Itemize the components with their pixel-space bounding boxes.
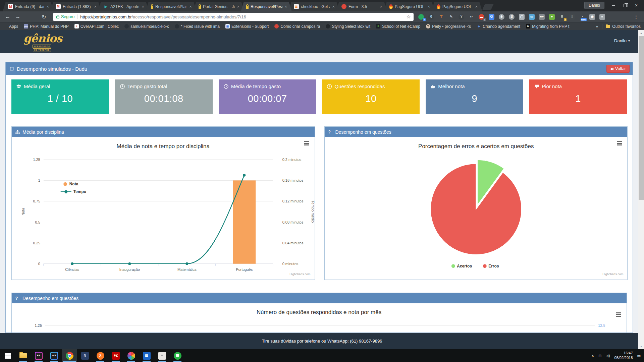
chart-menu-icon[interactable]	[304, 141, 309, 146]
close-button[interactable]: ×	[631, 1, 642, 9]
tab-close-icon[interactable]: ×	[189, 4, 192, 9]
bookmark-item-9[interactable]: Peity • progressive <s	[426, 24, 471, 29]
tv-extension-icon[interactable]: ▭	[529, 14, 535, 20]
download-extension-icon[interactable]: ▼	[549, 14, 555, 20]
tab-3[interactable]: Responsavel\Planos×	[146, 2, 197, 11]
bookmark-item-8[interactable]: SSchool of Net eCamp	[376, 24, 420, 29]
tab-close-icon[interactable]: ×	[142, 4, 144, 9]
minimize-button[interactable]	[608, 1, 619, 9]
bookmark-item-7[interactable]: Styling Select Box wit	[326, 24, 370, 29]
voltar-button[interactable]: ◀◀ Voltar	[606, 65, 630, 73]
taskbar-filezilla[interactable]: FZ	[108, 349, 123, 362]
action-center-icon[interactable]: ▭	[637, 354, 641, 358]
taskbar-workbench[interactable]	[123, 349, 139, 362]
tab-4[interactable]: Portal Genios – Just a×	[193, 2, 244, 11]
tab-close-icon[interactable]: ×	[237, 4, 239, 9]
taskbar-notes[interactable]: ≡	[154, 349, 170, 362]
start-button[interactable]	[0, 349, 15, 362]
taskbar-explorer[interactable]	[15, 349, 31, 362]
tab-close-icon[interactable]: ×	[332, 4, 335, 9]
bookmark-item-3[interactable]: samuelsimoes/cielo-c	[124, 24, 169, 29]
function-extension-icon[interactable]: f?	[469, 14, 474, 20]
stop-extension-icon[interactable]: ▬1	[479, 14, 484, 20]
tab-9[interactable]: PagSeguro UOL - Ex×	[431, 2, 482, 11]
forward-button[interactable]: →	[13, 14, 23, 20]
taskbar-ide-blue[interactable]: ▤	[139, 349, 154, 362]
school-icon: S	[376, 24, 380, 28]
bookmark-item-0[interactable]: Apps	[3, 24, 18, 29]
bookmarks-overflow-icon[interactable]: »	[592, 24, 601, 29]
page-scrollbar[interactable]: ▲ ▼	[638, 30, 644, 349]
logo-tagline: APRENDENDO DE VERDADE	[23, 45, 60, 52]
tab-close-icon[interactable]: ×	[380, 4, 382, 9]
tab-1[interactable]: MEntrada (1.863) - mai×	[50, 2, 101, 11]
tab-close-icon[interactable]: ×	[46, 4, 49, 9]
bookmark-star-icon[interactable]: ☆	[407, 14, 411, 20]
tab-5[interactable]: Responsavel/Pessoas×	[241, 2, 292, 11]
chart-menu-icon[interactable]	[616, 312, 621, 317]
zero-extension-icon[interactable]: 0	[428, 14, 434, 20]
stat-value: 1 / 10	[16, 93, 104, 104]
taskbar-notepad-app[interactable]: N	[77, 349, 93, 362]
volume-icon[interactable]: ◁)	[606, 354, 610, 358]
tab-0[interactable]: MEntrada (9) - danilo.n×	[3, 2, 54, 11]
network-icon[interactable]: ⊟	[598, 354, 601, 358]
restore-button[interactable]	[619, 1, 631, 9]
browser-profile-button[interactable]: Danilo	[584, 2, 604, 9]
url-text[interactable]: https://portalgenios.com.br/acesso/respo…	[80, 14, 404, 19]
bookmark-item-1[interactable]: phpPHP: Manual do PHP	[24, 24, 68, 29]
scrollbar-thumb[interactable]	[639, 36, 644, 200]
bookmark-item-10[interactable]: ◆Criando agendament	[477, 24, 520, 29]
taskbar-xampp[interactable]: X	[93, 349, 108, 362]
new-tab-button[interactable]	[482, 4, 494, 10]
reel-extension-icon[interactable]: ✻	[499, 14, 504, 20]
chat-extension-icon[interactable]: 4	[418, 14, 424, 20]
taskbar-webstorm-icon: WS	[50, 352, 58, 360]
tab-7[interactable]: Form - 3.5×	[336, 2, 387, 11]
genios-logo[interactable]: gênios APRENDENDO DE VERDADE	[23, 33, 60, 52]
s-extension-icon[interactable]: S	[509, 14, 515, 20]
list-extension-icon[interactable]: ≡	[599, 14, 605, 20]
svg-text:Nota: Nota	[69, 182, 78, 186]
bookmark-item-2[interactable]: ≡OverAPI.com | Collec	[74, 24, 119, 29]
taskbar-whatsapp[interactable]: ☎	[170, 349, 185, 362]
pen-extension-icon[interactable]: ✎	[448, 14, 454, 20]
tab-8[interactable]: PagSeguro UOL - De×	[384, 2, 435, 11]
bookmarks-list: AppsphpPHP: Manual do PHP≡OverAPI.com | …	[3, 24, 575, 29]
dots-extension-icon[interactable]: ⠿3	[559, 14, 565, 20]
taskbar-clock[interactable]: 16:47 05/02/2018	[614, 351, 633, 360]
gauge-extension-icon[interactable]: ◔New	[579, 14, 585, 20]
tray-expand-icon[interactable]: ∧	[591, 354, 594, 358]
y-extension-icon[interactable]: Y	[459, 14, 464, 20]
user-menu[interactable]: Danilo ▾	[614, 38, 630, 43]
tab-close-icon[interactable]: ×	[94, 4, 97, 9]
url-bar[interactable]: Seguro https://portalgenios.com.br/acess…	[53, 13, 414, 21]
tab-close-icon[interactable]: ×	[284, 4, 287, 9]
taskbar-webstorm[interactable]: WS	[46, 349, 62, 362]
taskbar-phpstorm[interactable]: PS	[31, 349, 46, 362]
bookmark-item-6[interactable]: Como criar campos ra	[274, 24, 320, 29]
extension-badge: New	[581, 18, 587, 21]
reload-button[interactable]: ↻	[39, 14, 49, 20]
chart-menu-icon[interactable]	[617, 141, 622, 146]
taskbar-chrome[interactable]	[62, 349, 77, 362]
translate-extension-icon[interactable]: G	[489, 14, 494, 20]
back-button[interactable]: ←	[3, 14, 13, 20]
inactive-extension-icon[interactable]: ⇩	[569, 14, 575, 20]
cube-extension-icon[interactable]: ▢	[519, 14, 525, 20]
tampermonkey-extension-icon[interactable]: ⊤	[438, 14, 444, 20]
bookmark-item-4[interactable]: * Fixed issue with ima	[175, 24, 220, 29]
bookmark-label: Criando agendament	[483, 24, 520, 29]
tab-close-icon[interactable]: ×	[427, 4, 430, 9]
rp-extension-icon[interactable]: RP	[539, 14, 545, 20]
camera-extension-icon[interactable]: ◉	[589, 14, 595, 20]
browser-menu-icon[interactable]: ⋮	[631, 14, 641, 20]
scroll-up-icon[interactable]: ▲	[638, 30, 644, 36]
bookmark-item-11[interactable]: MMigrating from PHP t	[526, 24, 569, 29]
bookmark-item-5[interactable]: ▦Extensions - Support	[225, 24, 269, 29]
scroll-down-icon[interactable]: ▼	[638, 344, 644, 349]
tab-close-icon[interactable]: ×	[475, 4, 478, 9]
other-bookmarks-button[interactable]: Outros favoritos	[606, 24, 641, 29]
tab-6[interactable]: ≣checkbox - Get a list×	[288, 2, 339, 11]
tab-2[interactable]: ▶A2TEK - Agente×	[98, 2, 149, 11]
